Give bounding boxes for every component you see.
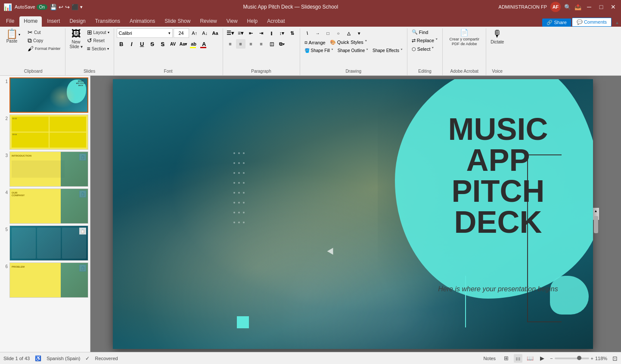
layout-button[interactable]: ⊞ Layout ▾ (85, 28, 111, 36)
scroll-up-arrow[interactable]: ▲ (593, 208, 599, 214)
share-ribbon-icon[interactable]: 📤 (574, 4, 581, 10)
arrange-button[interactable]: ⧈ Arrange (303, 39, 327, 46)
decrease-indent-button[interactable]: ⇤ (246, 28, 256, 38)
minimize-button[interactable]: ─ (585, 3, 593, 11)
zoom-in-icon[interactable]: + (591, 356, 593, 361)
section-dropdown[interactable]: ▾ (107, 47, 109, 51)
increase-indent-button[interactable]: ⇥ (257, 28, 266, 38)
font-color-button[interactable]: A (199, 39, 209, 49)
slide-subtitle[interactable]: Here is where your presentation begins (429, 285, 567, 293)
undo-icon[interactable]: ↩ (59, 4, 63, 10)
new-slide-button[interactable]: 🖼 NewSlide ▾ (68, 28, 84, 50)
change-case-button[interactable]: Aa▾ (179, 39, 188, 49)
find-button[interactable]: 🔍 Find (410, 28, 430, 36)
tab-transitions[interactable]: Transitions (91, 16, 124, 27)
font-dropdown-icon[interactable]: ▾ (168, 31, 171, 35)
strikethrough-button[interactable]: S (148, 39, 157, 49)
format-painter-button[interactable]: 🖌 Format Painter (26, 45, 62, 52)
normal-view-button[interactable]: ⊞ (502, 354, 510, 363)
font-size-input[interactable]: 24 (174, 28, 189, 38)
fit-slide-button[interactable]: ⊡ (612, 355, 618, 362)
tab-home[interactable]: Home (19, 16, 42, 27)
slide-thumb-2[interactable]: 2 📋 01 02 03 04 (2, 114, 88, 150)
shape-outline-button[interactable]: Shape Outline ˅ (336, 47, 370, 54)
section-button[interactable]: ≡ Section ▾ (85, 45, 111, 52)
clear-format-button[interactable]: Aa (211, 28, 220, 38)
shape-rect-button[interactable]: □ (323, 28, 333, 38)
italic-button[interactable]: I (127, 39, 137, 49)
align-center-button[interactable]: ≡ (236, 39, 245, 49)
tab-acrobat[interactable]: Acrobat (263, 16, 289, 27)
maximize-button[interactable]: □ (597, 3, 605, 11)
scroll-thumb[interactable] (594, 216, 598, 233)
line-spacing-button[interactable]: ↕▾ (277, 28, 287, 38)
tab-view[interactable]: View (222, 16, 242, 27)
adobe-create-button[interactable]: 📄 Crear y compartir PDF de Adobe (445, 28, 483, 47)
highlight-button[interactable]: ab (189, 39, 199, 49)
share-button[interactable]: 🔗 Share (542, 19, 571, 27)
slide-thumb-3[interactable]: 3 📋 INTRODUCTION (2, 151, 88, 187)
quick-styles-button[interactable]: 🎨 Quick Styles ˅ (328, 39, 369, 46)
bullets-button[interactable]: ☰▾ (226, 28, 235, 38)
notes-button[interactable]: Notes (481, 355, 498, 362)
tab-file[interactable]: File (2, 16, 19, 27)
comments-button[interactable]: 💬 Comments (572, 18, 612, 27)
zoom-thumb[interactable] (577, 356, 581, 360)
cut-button[interactable]: ✂ Cut (26, 28, 62, 36)
shape-more-button[interactable]: ▾ (354, 28, 364, 38)
font-decrease-button[interactable]: A↓ (200, 28, 210, 38)
tab-design[interactable]: Design (65, 16, 90, 27)
slideshow-view-button[interactable]: ▶ (538, 354, 546, 363)
spell-check-icon[interactable]: ✓ (85, 355, 90, 361)
save-icon[interactable]: 💾 (50, 4, 57, 10)
slide-thumb-1[interactable]: 1 MUSICAPP PITCHDECK (2, 77, 88, 113)
align-left-button[interactable]: ≡ (226, 39, 235, 49)
reading-view-button[interactable]: 📖 (526, 354, 534, 363)
autosave-toggle[interactable]: AutoSave On (15, 4, 47, 10)
shape-fill-button[interactable]: 🪣 Shape Fill ˅ (303, 47, 335, 54)
smartart-button[interactable]: ◫ (267, 39, 276, 49)
redo-icon[interactable]: ↪ (65, 4, 70, 10)
tab-review[interactable]: Review (196, 16, 221, 27)
paste-button[interactable]: 📋 Paste ▾ (4, 28, 25, 44)
slide-sorter-button[interactable]: ⚏ (514, 354, 522, 363)
font-increase-button[interactable]: A↑ (190, 28, 199, 38)
vertical-scrollbar[interactable]: ▲ ▼ (593, 208, 599, 220)
bold-button[interactable]: B (117, 39, 126, 49)
slide-main-title[interactable]: MUSIC APP PITCH DECK (421, 114, 576, 238)
replace-button[interactable]: ⇄ Replace ˅ (410, 37, 440, 44)
reset-button[interactable]: ↺ Reset (85, 37, 111, 44)
font-name-input[interactable]: Calibri ▾ (117, 28, 173, 38)
autosave-state[interactable]: On (37, 4, 47, 10)
shape-arrow-button[interactable]: → (313, 28, 323, 38)
text-direction-button[interactable]: ⇅ (288, 28, 297, 38)
zoom-level[interactable]: 118% (595, 356, 611, 361)
search-ribbon-icon[interactable]: 🔍 (564, 4, 571, 10)
slide-thumb-4[interactable]: 4 📋 OURCOMPANY (2, 188, 88, 224)
tab-insert[interactable]: Insert (43, 16, 64, 27)
close-button[interactable]: ✕ (609, 3, 618, 11)
columns-button[interactable]: ⫿ (267, 28, 276, 38)
select-button[interactable]: ⬡ Select ˅ (410, 46, 436, 53)
tab-slideshow[interactable]: Slide Show (160, 16, 195, 27)
layout-dropdown[interactable]: ▾ (108, 31, 109, 34)
justify-button[interactable]: ≡ (257, 39, 266, 49)
shape-line-button[interactable]: \ (303, 28, 312, 38)
slide-thumb-5[interactable]: 5 📋 (2, 225, 88, 261)
present-icon[interactable]: ⬛ (71, 4, 78, 10)
convert-to-smartart-button[interactable]: ⧉▾ (277, 39, 287, 49)
shape-oval-button[interactable]: ○ (334, 28, 343, 38)
tab-animations[interactable]: Animations (125, 16, 159, 27)
copy-button[interactable]: ⧉ Copy (26, 37, 62, 44)
slide-thumb-6[interactable]: 6 📋 PROBLEM (2, 262, 88, 298)
zoom-out-icon[interactable]: − (550, 356, 553, 361)
shape-tri-button[interactable]: △ (344, 28, 354, 38)
align-right-button[interactable]: ≡ (246, 39, 256, 49)
numbering-button[interactable]: ≡▾ (236, 28, 245, 38)
slide-canvas[interactable]: MUSIC APP PITCH DECK Here is where your … (113, 79, 593, 349)
underline-button[interactable]: U (137, 39, 147, 49)
shadow-button[interactable]: S (158, 39, 168, 49)
ribbon-collapse[interactable]: ▲ (615, 20, 619, 25)
language[interactable]: Spanish (Spain) (47, 356, 80, 361)
shape-effects-button[interactable]: Shape Effects ˅ (371, 47, 404, 54)
